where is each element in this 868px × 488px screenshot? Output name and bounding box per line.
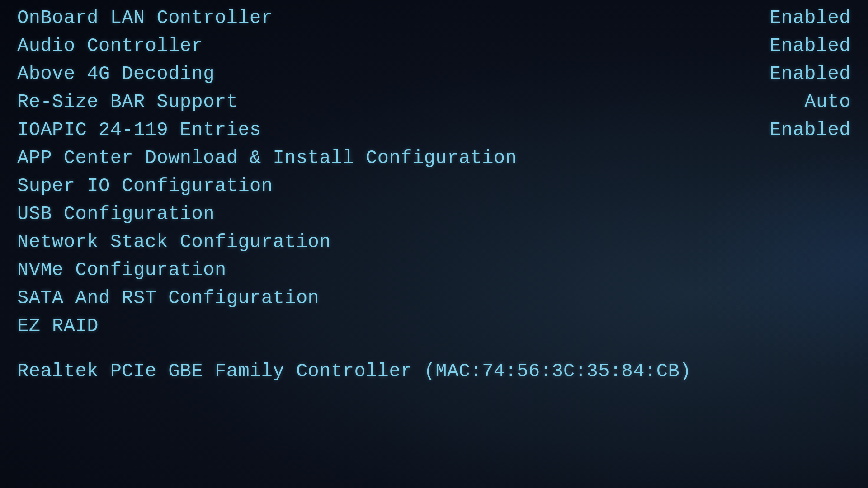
setting-label-app-center-download: APP Center Download & Install Configurat… [17, 147, 517, 169]
setting-value-onboard-lan: Enabled [769, 7, 851, 29]
setting-label-above-4g-decoding: Above 4G Decoding [17, 63, 215, 85]
settings-list: OnBoard LAN ControllerEnabledAudio Contr… [9, 0, 859, 385]
setting-value-above-4g-decoding: Enabled [769, 63, 851, 85]
spacer [9, 341, 859, 354]
setting-label-audio-controller: Audio Controller [17, 35, 203, 57]
setting-row-ioapic-entries[interactable]: IOAPIC 24-119 EntriesEnabled [9, 117, 859, 145]
setting-row-app-center-download[interactable]: APP Center Download & Install Configurat… [9, 145, 859, 173]
setting-label-network-stack-config: Network Stack Configuration [17, 231, 331, 253]
setting-value-resize-bar-support: Auto [804, 91, 851, 113]
setting-label-sata-rst-config: SATA And RST Configuration [17, 287, 319, 309]
setting-row-super-io-config[interactable]: Super IO Configuration [9, 173, 859, 201]
setting-row-network-stack-config[interactable]: Network Stack Configuration [9, 229, 859, 257]
setting-value-ioapic-entries: Enabled [769, 119, 851, 141]
setting-value-audio-controller: Enabled [769, 35, 851, 57]
setting-label-ez-raid: EZ RAID [17, 315, 99, 337]
setting-label-ioapic-entries: IOAPIC 24-119 Entries [17, 119, 261, 141]
setting-label-usb-config: USB Configuration [17, 203, 215, 225]
setting-label-nvme-config: NVMe Configuration [17, 259, 226, 281]
setting-row-audio-controller[interactable]: Audio ControllerEnabled [9, 33, 859, 61]
setting-row-onboard-lan[interactable]: OnBoard LAN ControllerEnabled [9, 5, 859, 33]
setting-row-above-4g-decoding[interactable]: Above 4G DecodingEnabled [9, 61, 859, 89]
setting-row-ez-raid[interactable]: EZ RAID [9, 313, 859, 341]
setting-row-resize-bar-support[interactable]: Re-Size BAR SupportAuto [9, 89, 859, 117]
setting-label-resize-bar-support: Re-Size BAR Support [17, 91, 238, 113]
setting-row-usb-config[interactable]: USB Configuration [9, 201, 859, 229]
setting-row-nvme-config[interactable]: NVMe Configuration [9, 257, 859, 285]
setting-label-super-io-config: Super IO Configuration [17, 175, 273, 197]
setting-label-onboard-lan: OnBoard LAN Controller [17, 7, 273, 29]
controller-info: Realtek PCIe GBE Family Controller (MAC:… [17, 361, 691, 382]
setting-row-sata-rst-config[interactable]: SATA And RST Configuration [9, 285, 859, 313]
info-row: Realtek PCIe GBE Family Controller (MAC:… [9, 354, 859, 385]
